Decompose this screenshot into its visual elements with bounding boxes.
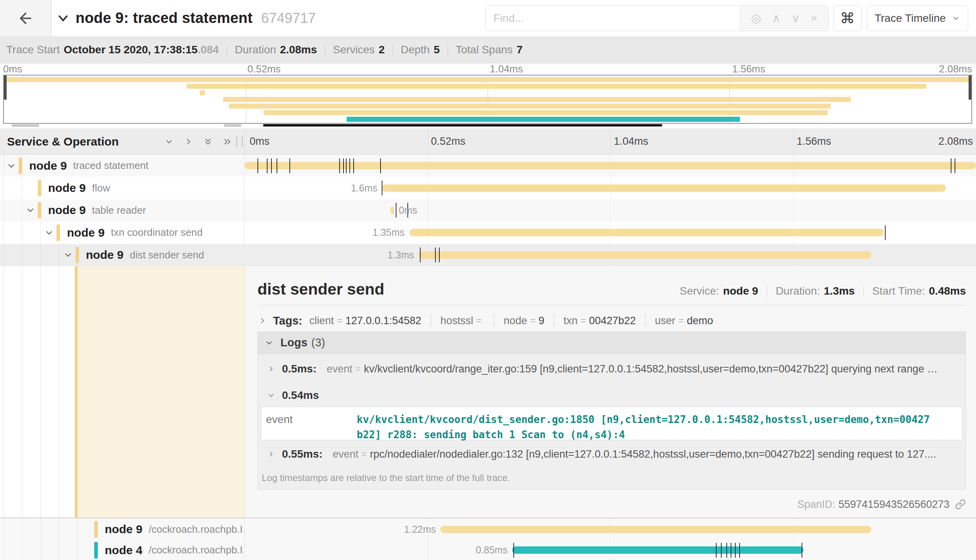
minimap-span-bar: [4, 77, 970, 82]
summary-separator: [325, 44, 325, 56]
tag-value: 9: [539, 315, 544, 327]
log-marker-tick: [271, 158, 272, 173]
span-toggle-icon[interactable]: [5, 154, 17, 177]
span-row[interactable]: node 9traced statement: [0, 154, 976, 177]
summary-label: Services: [333, 44, 375, 56]
axis-tick-label: 2.08ms: [938, 128, 973, 154]
log-marker-tick: [955, 158, 955, 173]
span-duration-bar[interactable]: [409, 229, 884, 236]
timeline-gridline: [428, 541, 428, 560]
minimap-scrub-left[interactable]: [12, 124, 39, 127]
span-color-chip: [38, 202, 41, 218]
span-detail-panel: dist sender send Service:node 9Duration:…: [245, 266, 976, 518]
log-entry-expanded[interactable]: 0.54ms: [258, 384, 965, 407]
span-toggle-icon[interactable]: [43, 221, 55, 244]
span-operation-name: traced statement: [73, 160, 149, 172]
span-row[interactable]: node 9table reader0ms: [0, 199, 976, 221]
indent-guide: [4, 154, 4, 177]
collapse-one-icon[interactable]: [164, 136, 174, 147]
log-entry[interactable]: 0.55ms: event = rpc/nodedialer/nodediale…: [258, 440, 965, 468]
log-marker-tick: [435, 248, 436, 262]
chevron-right-icon: [266, 449, 276, 459]
span-toggle-icon[interactable]: [25, 199, 36, 221]
log-marker-tick: [420, 248, 421, 262]
indent-guide: [59, 541, 59, 560]
deep-link-icon[interactable]: [955, 499, 966, 510]
tag-item[interactable]: client=127.0.0.1:54582: [309, 315, 421, 327]
minimap-scrub-mid[interactable]: [224, 124, 241, 127]
tag-item[interactable]: user=demo: [655, 315, 714, 327]
log-timestamp: 0.5ms:: [282, 363, 317, 375]
indent-guide: [77, 541, 78, 560]
span-row-timeline-cell: 0.85ms: [245, 541, 976, 560]
span-color-chip: [94, 521, 98, 537]
tags-accordion[interactable]: Tags: client=127.0.0.1:54582hostssl=node…: [257, 311, 713, 330]
span-duration-bar[interactable]: [382, 184, 946, 192]
expand-all-icon[interactable]: [222, 136, 233, 147]
tag-item[interactable]: node=9: [504, 315, 544, 327]
span-duration-bar[interactable]: [512, 546, 803, 554]
minimap-left-handle[interactable]: [4, 75, 7, 100]
log-marker-tick: [513, 543, 514, 558]
tag-separator: [431, 314, 431, 327]
indent-guide: [22, 244, 22, 266]
expand-one-icon[interactable]: [183, 136, 194, 147]
span-duration-bar[interactable]: [440, 526, 871, 533]
span-id-value: 5597415943526560273: [839, 499, 950, 511]
log-entry[interactable]: 0.5ms: event = kv/kvclient/kvcoord/range…: [258, 354, 965, 384]
summary-label: Duration: [235, 44, 276, 56]
span-row[interactable]: node 9dist sender send1.3ms: [0, 244, 976, 266]
span-duration-bar[interactable]: [391, 207, 394, 214]
tag-item[interactable]: hostssl=: [440, 315, 484, 327]
focus-target-icon[interactable]: ◎: [751, 12, 761, 24]
logs-accordion-header[interactable]: Logs (3): [258, 332, 965, 354]
view-select-button[interactable]: Trace Timeline: [867, 5, 968, 31]
find-prev-icon[interactable]: ∧: [772, 12, 780, 24]
indent-guide: [4, 266, 4, 518]
span-service-name: node 9: [48, 181, 86, 195]
meta-separator: [767, 285, 767, 297]
minimap-viewport-scrollbar[interactable]: [263, 124, 662, 126]
find-input[interactable]: [486, 6, 740, 31]
column-resize-grip[interactable]: [236, 136, 243, 147]
find-next-icon[interactable]: ∨: [791, 12, 800, 24]
find-clear-icon[interactable]: ×: [811, 12, 818, 24]
back-button[interactable]: [0, 0, 52, 36]
meta-value: 1.3ms: [824, 285, 854, 297]
trace-minimap[interactable]: [3, 75, 972, 124]
minimap-axis-labels: 0ms0.52ms1.04ms1.56ms2.08ms: [0, 63, 976, 75]
logs-label: Logs: [280, 336, 307, 349]
span-color-chip: [38, 180, 41, 196]
minimap-span-bar: [264, 110, 828, 115]
keyboard-shortcuts-button[interactable]: ⌘: [833, 5, 861, 31]
indent-guide: [59, 244, 59, 266]
collapse-all-icon[interactable]: [203, 136, 213, 147]
span-duration-label: 0.85ms: [476, 541, 507, 560]
meta-value: 0.48ms: [929, 285, 966, 297]
span-row[interactable]: node 9flow1.6ms: [0, 177, 976, 199]
span-row[interactable]: node 4/cockroach.roachpb.I…0.85ms: [0, 541, 976, 560]
span-service-name: node 4: [105, 544, 143, 557]
span-names: node 9flow: [48, 177, 110, 199]
axis-tick-label: 0.52ms: [431, 128, 466, 154]
span-duration-label: 1.35ms: [373, 221, 405, 244]
chevron-right-icon: [266, 364, 276, 374]
indent-guide: [22, 266, 22, 518]
span-list-bottom: node 9/cockroach.roachpb.I…1.22msnode 4/…: [0, 518, 976, 560]
trace-collapse-icon[interactable]: [56, 11, 70, 25]
indent-guide: [59, 518, 59, 541]
tag-item[interactable]: txn=00427b22: [564, 315, 636, 327]
minimap-right-handle[interactable]: [969, 75, 971, 100]
span-toggle-icon[interactable]: [62, 244, 74, 266]
log-marker-tick: [339, 158, 340, 173]
selected-span-color-strip: [75, 266, 78, 518]
minimap-axis-label: 2.08ms: [939, 63, 972, 75]
log-value: kv/kvclient/kvcoord/range_iter.go:159 [n…: [364, 363, 965, 375]
meta-separator: [863, 285, 864, 297]
span-row[interactable]: node 9/cockroach.roachpb.I…1.22ms: [0, 518, 976, 541]
span-duration-bar[interactable]: [419, 251, 871, 259]
span-row[interactable]: node 9txn coordinator send1.35ms: [0, 221, 976, 244]
span-duration-bar[interactable]: [245, 162, 976, 169]
view-select-label: Trace Timeline: [875, 12, 946, 25]
tag-value: demo: [687, 315, 713, 327]
